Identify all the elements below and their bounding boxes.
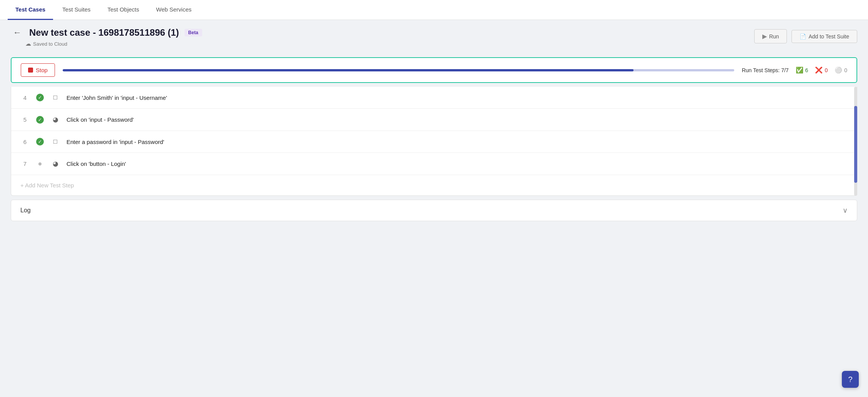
log-panel[interactable]: Log ∨: [11, 200, 857, 221]
check-circle-icon: ✓: [36, 138, 44, 146]
step-number: 4: [20, 94, 30, 101]
run-label: Run: [769, 33, 779, 40]
header-title-row: ← New test case - 1698178511896 (1) Beta: [11, 27, 202, 38]
click-icon: ◕: [50, 160, 60, 168]
step-number: 5: [20, 116, 30, 123]
table-row: 4 ✓ □ Enter 'John Smith' in 'input - Use…: [11, 87, 857, 109]
step-description: Enter a password in 'input - Password': [67, 139, 848, 145]
fail-count: 0: [825, 67, 828, 73]
stop-button[interactable]: Stop: [21, 63, 55, 77]
page-header: ← New test case - 1698178511896 (1) Beta…: [0, 20, 868, 51]
step-description: Click on 'button - Login': [67, 160, 848, 167]
cloud-icon: ☁: [25, 40, 31, 47]
pass-icon: ✅: [796, 66, 803, 74]
input-icon: □: [50, 138, 60, 146]
fail-icon: ❌: [815, 66, 823, 74]
tab-test-objects[interactable]: Test Objects: [100, 0, 147, 20]
add-to-test-suite-button[interactable]: 📄 Add to Test Suite: [792, 30, 857, 43]
beta-badge: Beta: [185, 29, 202, 36]
file-icon: 📄: [800, 33, 806, 40]
stop-icon: [28, 68, 33, 73]
add-new-test-step-button[interactable]: + Add New Test Step: [11, 175, 857, 195]
fail-stat: ❌ 0: [815, 66, 828, 74]
progress-track: [63, 69, 734, 71]
skip-count: 0: [844, 67, 847, 73]
help-icon: ?: [848, 375, 852, 384]
log-label: Log: [20, 207, 31, 214]
run-button[interactable]: ▶ Run: [754, 29, 787, 43]
saved-label: ☁ Saved to Cloud: [25, 40, 202, 47]
step-status-pass: ✓: [36, 94, 44, 101]
table-row: 5 ✓ ◕ Click on 'input - Password': [11, 109, 857, 131]
progress-fill: [63, 69, 634, 71]
steps-container: 4 ✓ □ Enter 'John Smith' in 'input - Use…: [11, 87, 857, 196]
step-status-pending: [36, 162, 44, 165]
run-stats: Run Test Steps: 7/7 ✅ 6 ❌ 0 ⚪ 0: [742, 66, 847, 74]
running-panel: Stop Run Test Steps: 7/7 ✅ 6 ❌ 0 ⚪ 0: [11, 57, 857, 83]
skip-icon: ⚪: [835, 66, 842, 74]
tab-bar: Test Cases Test Suites Test Objects Web …: [0, 0, 868, 20]
step-number: 7: [20, 160, 30, 167]
chevron-down-icon: ∨: [843, 206, 848, 215]
run-icon: ▶: [762, 33, 767, 40]
add-step-label: + Add New Test Step: [20, 182, 74, 189]
saved-text: Saved to Cloud: [33, 41, 67, 47]
header-right: ▶ Run 📄 Add to Test Suite: [754, 29, 857, 43]
step-description: Click on 'input - Password': [67, 116, 848, 123]
tab-web-services[interactable]: Web Services: [148, 0, 199, 20]
back-button[interactable]: ←: [11, 27, 24, 38]
main-content: Stop Run Test Steps: 7/7 ✅ 6 ❌ 0 ⚪ 0: [0, 51, 868, 227]
tab-test-cases[interactable]: Test Cases: [8, 0, 53, 20]
step-status-pass: ✓: [36, 138, 44, 146]
step-number: 6: [20, 139, 30, 145]
help-button[interactable]: ?: [842, 371, 859, 388]
table-row: 6 ✓ □ Enter a password in 'input - Passw…: [11, 131, 857, 153]
input-icon: □: [50, 94, 60, 101]
step-status-pass: ✓: [36, 116, 44, 124]
steps-list: 4 ✓ □ Enter 'John Smith' in 'input - Use…: [11, 87, 857, 196]
click-icon: ◕: [50, 116, 60, 124]
run-stats-label: Run Test Steps: 7/7: [742, 67, 789, 73]
check-circle-icon: ✓: [36, 94, 44, 101]
page-title: New test case - 1698178511896 (1): [29, 27, 179, 38]
add-suite-label: Add to Test Suite: [808, 33, 849, 40]
check-circle-icon: ✓: [36, 116, 44, 124]
pass-count: 6: [805, 67, 808, 73]
scrollbar-thumb[interactable]: [854, 106, 857, 183]
steps-scrollbar[interactable]: [854, 87, 857, 196]
step-description: Enter 'John Smith' in 'input - Username': [67, 94, 848, 101]
table-row: 7 ◕ Click on 'button - Login': [11, 153, 857, 175]
pass-stat: ✅ 6: [796, 66, 808, 74]
tab-test-suites[interactable]: Test Suites: [55, 0, 98, 20]
header-left: ← New test case - 1698178511896 (1) Beta…: [11, 27, 202, 47]
skip-stat: ⚪ 0: [835, 66, 847, 74]
running-bar: Stop Run Test Steps: 7/7 ✅ 6 ❌ 0 ⚪ 0: [12, 58, 856, 82]
pending-dot-icon: [38, 162, 42, 165]
stop-label: Stop: [36, 67, 48, 73]
